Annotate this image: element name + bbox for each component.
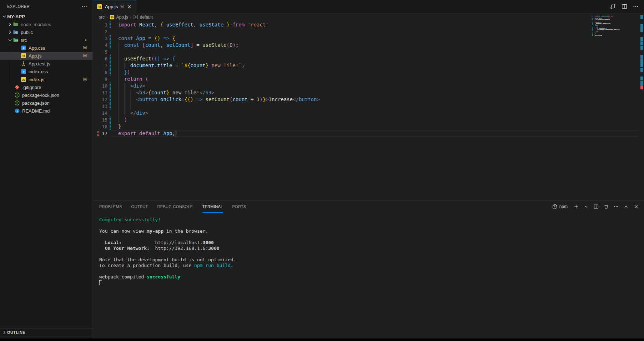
modified-line-gutter-mark bbox=[110, 69, 111, 76]
modified-line-gutter-mark bbox=[110, 123, 111, 130]
terminal-picker-chevron-icon[interactable] bbox=[583, 204, 589, 209]
code-line-3[interactable]: 3const App = () => { bbox=[93, 35, 644, 42]
code-line-10[interactable]: 10 <div> bbox=[93, 83, 644, 89]
folder-public-icon bbox=[13, 29, 19, 35]
terminal-process-picker[interactable]: npm bbox=[552, 204, 568, 209]
tree-item-index-js[interactable]: JSindex.jsM bbox=[0, 75, 92, 83]
ruler-modified-mark bbox=[640, 37, 643, 41]
tree-item--gitignore[interactable]: .gitignore bbox=[0, 83, 92, 91]
tree-item-node-modules[interactable]: node_modules bbox=[0, 20, 92, 28]
outline-label: OUTLINE bbox=[7, 330, 25, 335]
file-label: .gitignore bbox=[22, 85, 41, 90]
code-line-9[interactable]: 9 return ( bbox=[93, 76, 644, 83]
terminal-line bbox=[99, 223, 637, 228]
overview-ruler[interactable] bbox=[640, 0, 643, 200]
panel-tab-terminal[interactable]: TERMINAL bbox=[202, 201, 223, 213]
code-line-11[interactable]: 11 <h3>{count} new Tile!</h3> bbox=[93, 89, 644, 96]
modified-line-gutter-mark bbox=[110, 62, 111, 69]
panel-tab-ports[interactable]: PORTS bbox=[232, 201, 246, 213]
tree-item-app-css[interactable]: #App.cssM bbox=[0, 44, 92, 52]
js-file-icon: JS bbox=[110, 15, 115, 20]
workspace-root-row[interactable]: MY-APP bbox=[0, 13, 92, 20]
minimap[interactable] bbox=[592, 16, 627, 36]
ruler-modified-mark bbox=[640, 15, 643, 19]
code-line-16[interactable]: 16} bbox=[93, 123, 644, 130]
code-line-2[interactable]: 2 bbox=[93, 28, 644, 35]
modified-line-gutter-mark bbox=[110, 103, 111, 110]
code-line-1[interactable]: 1import React, { useEffect, useState } f… bbox=[93, 21, 644, 28]
tree-item-index-css[interactable]: #index.css bbox=[0, 68, 92, 75]
terminal-output[interactable]: Compiled successfully! You can now view … bbox=[99, 217, 637, 338]
outline-section-header[interactable]: OUTLINE bbox=[0, 328, 92, 336]
code-line-7[interactable]: 7 document.title = `${count} new Tile!`; bbox=[93, 62, 644, 69]
breadcrumb-symbol[interactable]: default bbox=[140, 15, 153, 20]
chevron-down-icon[interactable] bbox=[7, 37, 13, 43]
svg-text:#: # bbox=[23, 70, 25, 74]
terminal-line: Compiled successfully! bbox=[99, 217, 637, 223]
close-panel-icon[interactable] bbox=[633, 204, 639, 209]
minimap-line bbox=[592, 35, 627, 36]
code-text: import React, { useEffect, useState } fr… bbox=[118, 21, 269, 28]
explorer-more-actions-icon[interactable]: ⋯ bbox=[81, 3, 87, 10]
line-number: 9 bbox=[93, 76, 107, 83]
open-changes-icon[interactable] bbox=[610, 3, 616, 10]
close-icon[interactable]: ✕ bbox=[126, 4, 132, 10]
split-terminal-icon[interactable] bbox=[593, 204, 599, 209]
chevron-right-icon[interactable] bbox=[7, 21, 13, 27]
tree-item-app-test-js[interactable]: App.test.js bbox=[0, 60, 92, 68]
code-line-6[interactable]: 6 useEffect(() => { bbox=[93, 55, 644, 62]
ruler-modified-mark bbox=[640, 63, 643, 67]
minimap-modified-mark bbox=[592, 16, 593, 16]
code-line-5[interactable]: 5 bbox=[93, 49, 644, 55]
svg-text:JS: JS bbox=[22, 55, 25, 58]
package-icon bbox=[552, 204, 558, 209]
chevron-right-icon: › bbox=[106, 15, 108, 19]
file-label: README.md bbox=[22, 108, 50, 114]
minimap-modified-mark bbox=[592, 33, 593, 33]
tree-item-readme-md[interactable]: iREADME.md bbox=[0, 107, 92, 115]
line-number: 10 bbox=[93, 83, 107, 89]
more-actions-icon[interactable] bbox=[633, 3, 639, 10]
code-text: const App = () => { bbox=[118, 35, 175, 42]
code-line-4[interactable]: 4 const [count, setCount] = useState(0); bbox=[93, 42, 644, 49]
split-editor-icon[interactable] bbox=[621, 3, 628, 10]
panel-tab-output[interactable]: OUTPUT bbox=[131, 201, 148, 213]
kill-terminal-icon[interactable] bbox=[603, 204, 609, 209]
tree-item-public[interactable]: public bbox=[0, 28, 92, 36]
terminal-line: You can now view my-app in the browser. bbox=[99, 228, 637, 234]
breadcrumb-file[interactable]: App.js bbox=[116, 15, 128, 20]
code-line-15[interactable]: 15 ) bbox=[93, 117, 644, 123]
tab-appjs[interactable]: JS App.js M ✕ bbox=[93, 0, 136, 13]
code-line-8[interactable]: 8 }) bbox=[93, 69, 644, 76]
git-status-badge: M bbox=[83, 77, 87, 82]
line-number: 4 bbox=[93, 42, 107, 49]
tree-item-package-json[interactable]: package.json bbox=[0, 99, 92, 107]
workspace-root-label: MY-APP bbox=[7, 14, 25, 19]
breadcrumb-folder[interactable]: src bbox=[99, 15, 105, 20]
code-line-12[interactable]: 12 <button onClick={() => setCount(count… bbox=[93, 96, 644, 103]
ruler-modified-mark bbox=[640, 68, 643, 72]
code-editor[interactable]: 1import React, { useEffect, useState } f… bbox=[93, 21, 644, 200]
chevron-down-icon[interactable] bbox=[1, 14, 7, 19]
code-text: document.title = `${count} new Tile!`; bbox=[118, 62, 245, 69]
svg-text:JS: JS bbox=[111, 16, 114, 19]
svg-text:JS: JS bbox=[22, 78, 25, 81]
explorer-header: EXPLORER ⋯ bbox=[0, 0, 92, 13]
panel-tab-debug-console[interactable]: DEBUG CONSOLE bbox=[157, 201, 193, 213]
line-number: 5 bbox=[93, 49, 107, 55]
tree-item-package-lock-json[interactable]: package-lock.json bbox=[0, 91, 92, 99]
panel-tab-problems[interactable]: PROBLEMS bbox=[99, 201, 122, 213]
maximize-panel-icon[interactable] bbox=[623, 204, 629, 209]
tree-item-app-js[interactable]: JSApp.jsM bbox=[0, 52, 92, 60]
line-number: 7 bbox=[93, 62, 107, 69]
code-line-13[interactable]: 13 bbox=[93, 103, 644, 110]
panel-more-actions-icon[interactable] bbox=[613, 204, 619, 209]
terminal-line: webpack compiled successfully bbox=[99, 274, 637, 280]
code-line-17[interactable]: 17export default App; bbox=[93, 130, 644, 137]
file-tree: node_modulespublic</>src●#App.cssMJSApp.… bbox=[0, 20, 92, 115]
tree-item-src[interactable]: </>src● bbox=[0, 36, 92, 44]
code-line-14[interactable]: 14 </div> bbox=[93, 110, 644, 117]
indent-guide bbox=[118, 49, 119, 55]
new-terminal-icon[interactable] bbox=[573, 204, 579, 209]
chevron-right-icon[interactable] bbox=[7, 29, 13, 35]
